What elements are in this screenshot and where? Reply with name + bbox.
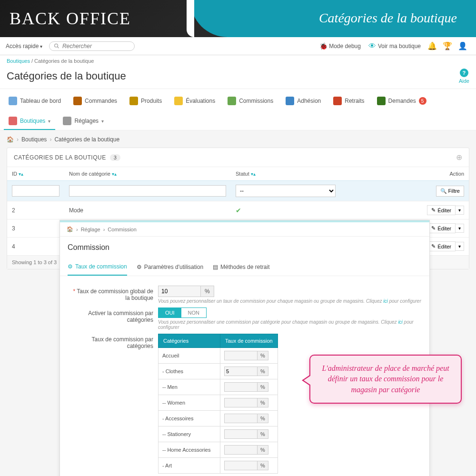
- sort-icon[interactable]: ▾▴: [112, 171, 117, 177]
- bug-icon: 🐞: [319, 42, 327, 50]
- view-shop-link[interactable]: 👁Voir ma boutique: [368, 42, 421, 50]
- check-icon: ✔: [236, 207, 241, 214]
- user-avatar-icon[interactable]: 👤: [458, 41, 467, 50]
- cat-rate-input[interactable]: [224, 461, 258, 470]
- cat-rate-input[interactable]: [224, 351, 258, 360]
- tooltip-callout: L'administrateur de place de marché peut…: [309, 355, 462, 404]
- bycat-hint: Vous pouvez personnaliser une commission…: [158, 319, 422, 330]
- dashboard-icon: [9, 97, 17, 105]
- edit-dropdown[interactable]: ▾: [456, 242, 464, 251]
- help-button[interactable]: ?Aide: [459, 69, 469, 84]
- banner-header: BACK OFFICE Catégories de la boutique: [0, 0, 476, 37]
- tab-membership[interactable]: Adhésion: [281, 93, 326, 110]
- edit-button[interactable]: ✎ Éditer: [427, 205, 456, 215]
- bycat-rate-label: Taux de commission par catégories: [92, 336, 153, 349]
- hint-link[interactable]: ici: [383, 298, 387, 304]
- overlay-breadcrumb: 🏠› Réglage› Commission: [60, 222, 429, 237]
- cell-id: 2: [7, 201, 64, 219]
- chevron-down-icon: ▾: [101, 119, 104, 124]
- withdraw-icon: [333, 97, 342, 105]
- secondary-breadcrumb: 🏠› Boutiques› Catégories de la boutique: [7, 136, 469, 143]
- cat-rate-input[interactable]: [224, 398, 258, 407]
- cat-rate-input[interactable]: [224, 382, 258, 392]
- col-name[interactable]: Nom de catégorie: [69, 171, 110, 177]
- overlay-title: Commission: [60, 237, 429, 258]
- tab-ratings[interactable]: Évaluations: [169, 93, 220, 110]
- enable-bycat-toggle[interactable]: OUINON: [158, 307, 207, 318]
- cat-name: -- Stationery: [159, 426, 220, 442]
- breadcrumb-root[interactable]: Boutiques: [7, 58, 30, 64]
- panel-title: CATÉGORIES DE LA BOUTIQUE: [14, 154, 106, 161]
- overlay-tab-withdraw[interactable]: ▤Méthodes de retrait: [213, 258, 269, 276]
- percent-addon: %: [258, 461, 268, 470]
- sort-icon[interactable]: ▾▴: [251, 171, 256, 177]
- overlay-tab-usage[interactable]: ⚙Paramètres d'utilisation: [137, 258, 203, 276]
- search-box[interactable]: [49, 41, 135, 51]
- hint-link[interactable]: ici: [398, 319, 402, 325]
- percent-addon: %: [258, 445, 268, 455]
- percent-addon: %: [258, 398, 268, 407]
- category-rate-table: CatégoriesTaux de commission Accueil %- …: [158, 334, 278, 474]
- money-icon: [228, 97, 236, 105]
- filter-button[interactable]: 🔍Filtre: [436, 186, 464, 197]
- overlay-tab-rate[interactable]: ⚙Taux de commission: [68, 258, 127, 276]
- tab-orders[interactable]: Commandes: [69, 93, 122, 110]
- global-rate-input[interactable]: [158, 286, 201, 297]
- cat-rate-input[interactable]: [224, 429, 258, 439]
- tab-settings[interactable]: Réglages▾: [58, 113, 109, 130]
- table-row[interactable]: 2 Mode ✔ ✎ Éditer▾: [7, 201, 469, 219]
- breadcrumb-current: Catégories de la boutique: [34, 58, 94, 64]
- edit-dropdown[interactable]: ▾: [456, 206, 464, 215]
- tab-commissions[interactable]: Commissions: [223, 93, 278, 110]
- search-input[interactable]: [62, 43, 129, 50]
- pencil-icon: ✎: [431, 225, 436, 231]
- category-row: - Art %: [159, 458, 278, 474]
- quick-access-dropdown[interactable]: Accès rapide: [6, 43, 42, 50]
- edit-dropdown[interactable]: ▾: [456, 224, 464, 233]
- svg-point-0: [55, 44, 58, 47]
- crumb2-shops[interactable]: Boutiques: [21, 136, 47, 143]
- home-icon[interactable]: 🏠: [7, 136, 14, 143]
- cat-rate-input[interactable]: [224, 367, 258, 376]
- cat-name: - Art: [159, 458, 220, 474]
- add-button[interactable]: ⊕: [456, 153, 463, 162]
- overlay-crumb-settings[interactable]: Réglage: [81, 227, 100, 232]
- global-rate-label: Taux de commission global de la boutique: [77, 288, 153, 301]
- tab-shops[interactable]: Boutiques▾: [4, 113, 55, 130]
- cat-name: - Clothes: [159, 364, 220, 379]
- enable-bycat-label: Activer la commission par catégories: [88, 310, 153, 323]
- pencil-icon: ✎: [431, 207, 436, 213]
- svg-line-1: [58, 47, 59, 48]
- trophy-icon[interactable]: 🏆: [443, 41, 452, 50]
- category-row: - Accessoires %: [159, 411, 278, 426]
- percent-addon: %: [201, 286, 214, 297]
- col-status[interactable]: Statut: [236, 171, 249, 177]
- notifications-icon[interactable]: 🔔: [427, 41, 437, 50]
- col-id[interactable]: ID: [12, 171, 17, 177]
- products-icon: [129, 97, 138, 105]
- filter-name-input[interactable]: [69, 185, 226, 197]
- cell-id: 3: [7, 219, 64, 238]
- filter-id-input[interactable]: [12, 185, 60, 197]
- search-icon: 🔍: [440, 188, 447, 194]
- count-chip: 3: [110, 154, 121, 161]
- debug-mode-link[interactable]: 🐞Mode debug: [319, 42, 361, 50]
- cell-id: 4: [7, 238, 64, 256]
- filter-status-select[interactable]: --: [236, 185, 336, 197]
- callout-text: L'administrateur de place de marché peut…: [319, 363, 452, 395]
- tab-withdrawals[interactable]: Retraits: [328, 93, 369, 110]
- edit-button[interactable]: ✎ Éditer: [427, 241, 456, 251]
- tab-requests[interactable]: Demandes5: [372, 93, 431, 110]
- sort-icon[interactable]: ▾▴: [19, 171, 23, 177]
- category-row: - Clothes %: [159, 364, 278, 379]
- cat-rate-input[interactable]: [224, 445, 258, 455]
- home-icon[interactable]: 🏠: [67, 226, 73, 232]
- cat-rate-input[interactable]: [224, 414, 258, 423]
- edit-button[interactable]: ✎ Éditer: [427, 223, 456, 233]
- tab-dashboard[interactable]: Tableau de bord: [4, 93, 66, 110]
- tab-products[interactable]: Produits: [125, 93, 167, 110]
- help-icon: ?: [460, 69, 468, 77]
- cell-name: Mode: [64, 201, 231, 219]
- col-action: Action: [449, 171, 464, 177]
- cat-name: -- Women: [159, 395, 220, 411]
